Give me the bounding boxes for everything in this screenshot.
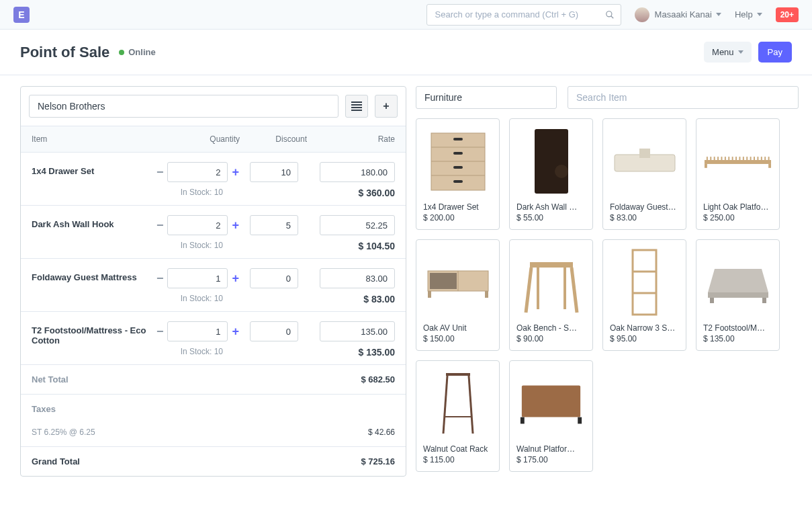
cart-row: T2 Footstool/Mattress - Eco Cotton − + I… xyxy=(21,312,406,365)
qty-decrement-button[interactable]: − xyxy=(152,325,168,339)
line-total: $ 104.50 xyxy=(298,241,395,251)
svg-rect-56 xyxy=(446,373,470,376)
product-name: Walnut Platfor… xyxy=(516,444,586,454)
net-total-label: Net Total xyxy=(32,374,69,384)
qty-increment-button[interactable]: + xyxy=(228,218,243,233)
svg-rect-3 xyxy=(351,104,362,106)
global-search xyxy=(426,4,621,26)
product-name: 1x4 Drawer Set xyxy=(423,202,492,212)
product-card[interactable]: Light Oak Platfo… $ 250.00 xyxy=(696,118,780,230)
product-price: $ 135.00 xyxy=(703,334,772,343)
col-rate: Rate xyxy=(307,134,395,144)
svg-rect-13 xyxy=(453,180,463,183)
tax-line: ST 6.25% @ 6.25 $ 42.66 xyxy=(32,428,395,437)
qty-increment-button[interactable]: + xyxy=(228,325,243,339)
stock-text: In Stock: 10 xyxy=(149,347,243,356)
help-menu[interactable]: Help xyxy=(735,9,762,19)
discount-input[interactable] xyxy=(250,268,298,288)
item-search-input[interactable] xyxy=(568,86,799,109)
svg-point-15 xyxy=(555,165,568,178)
product-card[interactable]: Oak Bench - S… $ 90.00 xyxy=(509,239,593,351)
qty-decrement-button[interactable]: − xyxy=(152,165,168,179)
product-card[interactable]: Oak Narrow 3 S… $ 95.00 xyxy=(602,239,686,351)
qty-input[interactable] xyxy=(167,321,228,341)
svg-rect-14 xyxy=(535,129,568,194)
svg-rect-53 xyxy=(708,292,768,298)
user-name-label: Masaaki Kanai xyxy=(655,9,712,19)
svg-rect-44 xyxy=(530,262,573,268)
item-name: Foldaway Guest Mattress xyxy=(32,268,149,282)
product-image xyxy=(703,124,772,198)
global-search-input[interactable] xyxy=(426,4,621,26)
qty-decrement-button[interactable]: − xyxy=(152,218,168,233)
page-title: Point of Sale xyxy=(20,44,109,61)
user-menu[interactable]: Masaaki Kanai xyxy=(655,9,721,19)
item-name: T2 Footstool/Mattress - Eco Cotton xyxy=(32,321,149,345)
qty-decrement-button[interactable]: − xyxy=(152,272,168,286)
customer-input[interactable] xyxy=(29,95,339,118)
product-card[interactable]: Foldaway Guest… $ 83.00 xyxy=(602,118,686,230)
product-price: $ 200.00 xyxy=(423,213,492,222)
rate-input[interactable] xyxy=(320,268,395,288)
product-price: $ 95.00 xyxy=(610,334,679,343)
stock-text: In Stock: 10 xyxy=(149,294,243,303)
svg-line-57 xyxy=(443,376,447,434)
discount-input[interactable] xyxy=(250,215,298,235)
notification-badge[interactable]: 20+ xyxy=(776,7,799,22)
list-view-button[interactable] xyxy=(345,95,368,118)
svg-rect-10 xyxy=(453,138,463,140)
rate-input[interactable] xyxy=(320,321,395,341)
qty-increment-button[interactable]: + xyxy=(228,272,243,286)
qty-input[interactable] xyxy=(167,268,228,288)
pay-button[interactable]: Pay xyxy=(758,42,792,63)
grand-total-row: Grand Total $ 725.16 xyxy=(21,447,406,476)
svg-marker-52 xyxy=(708,269,768,292)
grand-total-label: Grand Total xyxy=(32,456,80,466)
discount-input[interactable] xyxy=(250,321,298,341)
svg-rect-54 xyxy=(710,298,714,303)
item-group-input[interactable] xyxy=(416,86,557,109)
product-image xyxy=(516,124,586,198)
help-label: Help xyxy=(735,9,753,19)
avatar[interactable] xyxy=(635,7,649,22)
discount-input[interactable] xyxy=(250,162,298,182)
chevron-down-icon xyxy=(738,50,743,54)
product-card[interactable]: Walnut Coat Rack $ 115.00 xyxy=(416,360,500,472)
product-name: Light Oak Platfo… xyxy=(703,202,772,212)
product-image xyxy=(610,245,679,319)
status-text: Online xyxy=(128,47,155,57)
product-price: $ 175.00 xyxy=(516,455,586,464)
cart-toolbar: + xyxy=(21,87,406,126)
product-image xyxy=(423,245,492,319)
svg-rect-61 xyxy=(521,417,525,424)
svg-rect-17 xyxy=(639,149,650,158)
svg-rect-37 xyxy=(705,163,707,167)
rate-input[interactable] xyxy=(320,162,395,182)
product-name: Dark Ash Wall … xyxy=(516,202,586,212)
menu-label: Menu xyxy=(712,47,734,57)
menu-button[interactable]: Menu xyxy=(704,42,752,63)
page-header: Point of Sale Online Menu Pay xyxy=(0,30,812,75)
qty-input[interactable] xyxy=(167,162,228,182)
product-card[interactable]: Walnut Platfor… $ 175.00 xyxy=(509,360,593,472)
qty-increment-button[interactable]: + xyxy=(228,165,243,179)
search-icon xyxy=(605,10,615,19)
add-customer-button[interactable]: + xyxy=(375,95,398,118)
svg-rect-11 xyxy=(453,152,463,155)
product-card[interactable]: Dark Ash Wall … $ 55.00 xyxy=(509,118,593,230)
product-price: $ 83.00 xyxy=(610,213,679,222)
product-card[interactable]: 1x4 Drawer Set $ 200.00 xyxy=(416,118,500,230)
svg-point-0 xyxy=(606,11,611,16)
line-total: $ 83.00 xyxy=(298,294,395,304)
app-logo[interactable]: E xyxy=(13,7,30,23)
product-name: Oak Bench - S… xyxy=(516,323,586,333)
svg-rect-2 xyxy=(351,101,362,103)
rate-input[interactable] xyxy=(320,215,395,235)
cart-row: 1x4 Drawer Set − + In Stock: 10 $ 360.00 xyxy=(21,153,406,206)
product-card[interactable]: T2 Footstool/M… $ 135.00 xyxy=(696,239,780,351)
line-total: $ 360.00 xyxy=(298,188,395,198)
product-card[interactable]: Oak AV Unit $ 150.00 xyxy=(416,239,500,351)
qty-input[interactable] xyxy=(167,215,228,235)
stock-text: In Stock: 10 xyxy=(149,188,243,197)
product-image xyxy=(423,366,492,440)
